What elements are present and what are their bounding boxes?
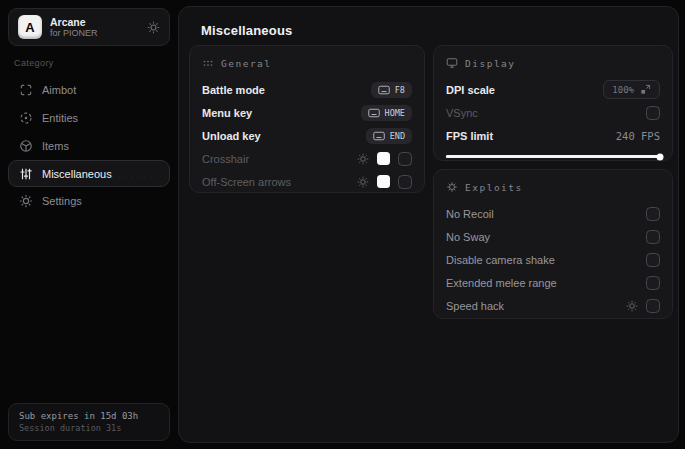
main-panel: Miscellaneous General Battle mode F8 bbox=[178, 6, 679, 443]
vsync-checkbox[interactable] bbox=[646, 106, 660, 120]
setting-row-fps-limit: FPS limit 240 FPS bbox=[446, 124, 660, 147]
sliders-icon bbox=[19, 167, 33, 181]
setting-row-no-sway: No Sway bbox=[446, 225, 660, 248]
setting-row-crosshair: Crosshair bbox=[202, 147, 412, 170]
setting-label: DPI scale bbox=[446, 84, 495, 96]
setting-row-vsync: VSync bbox=[446, 101, 660, 124]
slider-fill bbox=[446, 155, 660, 158]
exploits-panel-title: Exploits bbox=[465, 182, 523, 193]
gear-icon[interactable] bbox=[357, 153, 369, 165]
setting-label: Menu key bbox=[202, 107, 252, 119]
fps-limit-value: 240 FPS bbox=[616, 130, 660, 142]
setting-label: Speed hack bbox=[446, 300, 504, 312]
slider-knob[interactable] bbox=[657, 153, 664, 160]
setting-label: FPS limit bbox=[446, 130, 493, 142]
offscreen-arrows-checkbox[interactable] bbox=[398, 175, 412, 189]
sidebar: A Arcane for PIONER Category Aimbot bbox=[8, 8, 170, 441]
gear-icon bbox=[19, 194, 33, 208]
setting-row-dpi-scale: DPI scale 100% bbox=[446, 78, 660, 101]
setting-row-offscreen-arrows: Off-Screen arrows bbox=[202, 170, 412, 193]
sidebar-item-label: Miscellaneous bbox=[42, 168, 112, 180]
keybind-value: HOME bbox=[385, 108, 405, 118]
row-controls bbox=[626, 299, 660, 313]
setting-row-speed-hack: Speed hack bbox=[446, 294, 660, 317]
general-panel-header: General bbox=[202, 57, 412, 69]
app-logo: A bbox=[18, 15, 42, 39]
sidebar-item-aimbot[interactable]: Aimbot bbox=[8, 76, 170, 104]
color-swatch[interactable] bbox=[377, 152, 390, 165]
keybind-value: F8 bbox=[395, 85, 405, 95]
keyboard-icon bbox=[378, 85, 390, 95]
exploits-panel: Exploits No Recoil No Sway Disable camer… bbox=[433, 169, 673, 319]
sidebar-item-label: Entities bbox=[42, 112, 78, 124]
sidebar-item-label: Settings bbox=[42, 195, 82, 207]
keybind-button-unload[interactable]: END bbox=[366, 128, 412, 144]
grid-dots-icon bbox=[202, 57, 214, 69]
monitor-icon bbox=[446, 57, 458, 69]
app-subtitle: for PIONER bbox=[50, 28, 139, 38]
sidebar-item-settings[interactable]: Settings bbox=[8, 187, 170, 215]
brand-card: A Arcane for PIONER bbox=[8, 8, 170, 46]
row-controls bbox=[357, 152, 412, 166]
setting-label: VSync bbox=[446, 107, 478, 119]
setting-row-no-recoil: No Recoil bbox=[446, 202, 660, 225]
extended-melee-range-checkbox[interactable] bbox=[646, 276, 660, 290]
speed-hack-checkbox[interactable] bbox=[646, 299, 660, 313]
keyboard-icon bbox=[368, 108, 380, 118]
dpi-scale-value: 100% bbox=[612, 85, 634, 95]
display-panel-title: Display bbox=[465, 58, 516, 69]
nav-ghost-dots: ········· bbox=[105, 174, 161, 182]
category-label: Category bbox=[14, 58, 54, 68]
scan-icon bbox=[19, 83, 33, 97]
keybind-button-battle[interactable]: F8 bbox=[371, 82, 412, 98]
no-sway-checkbox[interactable] bbox=[646, 230, 660, 244]
sidebar-item-label: Aimbot bbox=[42, 84, 76, 96]
sidebar-item-miscellaneous[interactable]: Miscellaneous ········· bbox=[8, 160, 170, 187]
scale-icon bbox=[640, 84, 651, 95]
setting-label: Off-Screen arrows bbox=[202, 176, 291, 188]
setting-label: Extended melee range bbox=[446, 277, 557, 289]
no-recoil-checkbox[interactable] bbox=[646, 207, 660, 221]
setting-label: Crosshair bbox=[202, 153, 249, 165]
sub-expiry-text: Sub expires in 15d 03h bbox=[19, 411, 159, 421]
cube-icon bbox=[19, 139, 33, 153]
sidebar-nav: Aimbot Entities Items bbox=[8, 76, 170, 215]
fps-limit-slider[interactable] bbox=[446, 155, 660, 158]
app-name: Arcane bbox=[50, 16, 139, 28]
setting-label: Disable camera shake bbox=[446, 254, 555, 266]
keyboard-icon bbox=[373, 131, 385, 141]
setting-row-menu-key: Menu key HOME bbox=[202, 101, 412, 124]
disable-camera-shake-checkbox[interactable] bbox=[646, 253, 660, 267]
setting-label: Battle mode bbox=[202, 84, 265, 96]
setting-row-unload-key: Unload key END bbox=[202, 124, 412, 147]
dpi-scale-select[interactable]: 100% bbox=[603, 80, 660, 99]
brand-text: Arcane for PIONER bbox=[50, 16, 139, 38]
color-swatch[interactable] bbox=[377, 175, 390, 188]
crosshair-checkbox[interactable] bbox=[398, 152, 412, 166]
session-duration-text: Session duration 31s bbox=[19, 423, 159, 433]
setting-label: Unload key bbox=[202, 130, 261, 142]
general-panel: General Battle mode F8 Menu key bbox=[189, 45, 425, 193]
general-panel-title: General bbox=[221, 58, 272, 69]
row-controls bbox=[357, 175, 412, 189]
keybind-button-menu[interactable]: HOME bbox=[361, 105, 412, 121]
page-title: Miscellaneous bbox=[201, 23, 292, 38]
setting-label: No Recoil bbox=[446, 208, 494, 220]
setting-label: No Sway bbox=[446, 231, 490, 243]
display-panel-header: Display bbox=[446, 57, 660, 69]
subscription-card: Sub expires in 15d 03h Session duration … bbox=[8, 403, 170, 441]
sidebar-item-label: Items bbox=[42, 140, 69, 152]
exploits-panel-header: Exploits bbox=[446, 181, 660, 193]
setting-row-disable-camera-shake: Disable camera shake bbox=[446, 248, 660, 271]
gear-icon[interactable] bbox=[147, 21, 160, 34]
setting-row-extended-melee-range: Extended melee range bbox=[446, 271, 660, 294]
sidebar-item-entities[interactable]: Entities bbox=[8, 104, 170, 132]
entities-icon bbox=[19, 111, 33, 125]
gear-icon[interactable] bbox=[357, 176, 369, 188]
keybind-value: END bbox=[390, 131, 405, 141]
sidebar-item-items[interactable]: Items bbox=[8, 132, 170, 160]
virus-icon bbox=[446, 181, 458, 193]
gear-icon[interactable] bbox=[626, 300, 638, 312]
display-panel: Display DPI scale 100% VSync FPS limit 2… bbox=[433, 45, 673, 161]
setting-row-battle-mode: Battle mode F8 bbox=[202, 78, 412, 101]
